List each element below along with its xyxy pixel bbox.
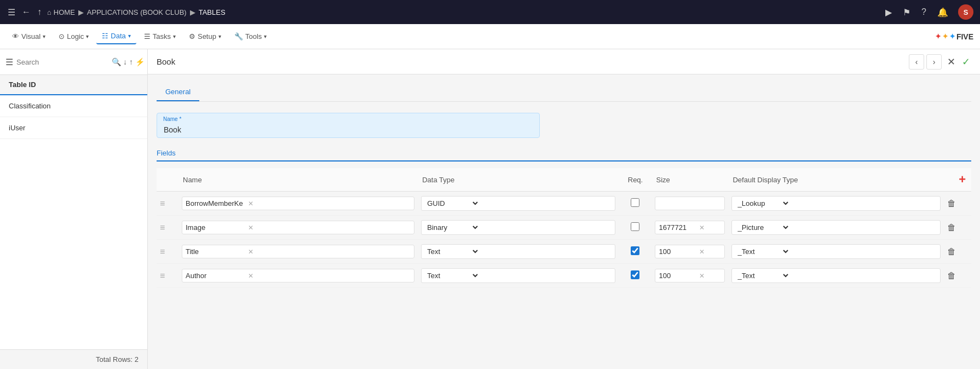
help-icon[interactable]: ? — [920, 6, 927, 18]
datatype-cell: GUID Binary Text — [418, 240, 619, 264]
sub-nav-logic[interactable]: ⊙ Logic ▾ — [53, 29, 94, 44]
datatype-select[interactable]: GUID Binary Text — [425, 223, 480, 232]
clear-size-icon[interactable]: ✕ — [699, 248, 705, 256]
setup-icon: ⚙ — [189, 32, 195, 41]
logic-arrow: ▾ — [86, 33, 89, 39]
datatype-select-wrap: GUID Binary Text — [421, 268, 615, 283]
clear-name-icon[interactable]: ✕ — [248, 272, 253, 280]
col-size: Size — [652, 168, 728, 192]
nav-next-button[interactable]: › — [926, 54, 942, 70]
size-input[interactable] — [659, 247, 697, 256]
delete-cell: 🗑 — [944, 216, 971, 240]
clear-name-icon[interactable]: ✕ — [248, 248, 253, 256]
data-label: Data — [111, 32, 125, 40]
sub-nav-data[interactable]: ☷ Data ▾ — [96, 28, 136, 44]
datatype-select[interactable]: GUID Binary Text — [425, 271, 480, 280]
size-input[interactable] — [659, 199, 697, 207]
home-label[interactable]: HOME — [54, 8, 75, 16]
play-icon[interactable]: ▶ — [884, 6, 893, 19]
drag-handle-icon[interactable]: ≡ — [160, 271, 165, 280]
panel-header-actions: ‹ › ✕ ✓ — [909, 54, 971, 70]
clear-name-icon[interactable]: ✕ — [248, 224, 253, 232]
drag-handle-icon[interactable]: ≡ — [160, 223, 165, 232]
size-input[interactable] — [659, 272, 697, 280]
req-checkbox[interactable] — [631, 198, 639, 207]
sidebar-menu-icon[interactable]: ☰ — [5, 57, 13, 67]
clear-name-icon[interactable]: ✕ — [248, 200, 253, 207]
field-name-input[interactable] — [186, 272, 246, 280]
breadcrumb-app[interactable]: APPLICATIONS (BOOK CLUB) — [87, 8, 187, 16]
menu-icon[interactable]: ☰ — [7, 6, 16, 19]
content-panel: Book ‹ › ✕ ✓ General Name * — [148, 49, 980, 369]
clear-size-icon[interactable]: ✕ — [699, 224, 705, 232]
sidebar-item-iuser[interactable]: iUser — [0, 117, 147, 139]
datatype-select[interactable]: GUID Binary Text — [425, 199, 480, 208]
drag-handle-icon[interactable]: ≡ — [160, 199, 165, 208]
display-select-wrap: _Lookup _Picture _Text — [731, 244, 941, 259]
confirm-button[interactable]: ✓ — [961, 55, 971, 69]
setup-label: Setup — [198, 32, 216, 41]
req-cell — [619, 264, 652, 288]
field-name-input[interactable] — [186, 199, 246, 207]
display-select-wrap: _Lookup _Picture _Text — [731, 268, 941, 283]
datatype-cell: GUID Binary Text — [418, 192, 619, 216]
sidebar: ☰ 🔍 ↓ ↑ ⚡ + Table ID Classification iUse… — [0, 49, 148, 369]
sidebar-header: Table ID — [0, 75, 147, 95]
req-cell — [619, 192, 652, 216]
clear-size-icon[interactable]: ✕ — [699, 272, 705, 280]
data-icon: ☷ — [102, 32, 108, 40]
tools-icon: 🔧 — [234, 32, 243, 41]
nav-prev-button[interactable]: ‹ — [909, 54, 924, 70]
name-input[interactable] — [157, 113, 540, 138]
up-icon[interactable]: ↑ — [36, 6, 43, 18]
tab-general[interactable]: General — [157, 83, 199, 101]
avatar[interactable]: S — [958, 4, 973, 20]
display-select[interactable]: _Lookup _Picture _Text — [735, 271, 790, 280]
field-name-input[interactable] — [186, 247, 246, 256]
five-logo-text: FIVE — [956, 32, 973, 41]
flag-icon[interactable]: ⚑ — [902, 6, 912, 19]
drag-handle-icon[interactable]: ≡ — [160, 247, 165, 256]
eye-icon: 👁 — [12, 32, 19, 41]
name-cell: ✕ — [178, 264, 418, 288]
tasks-arrow: ▾ — [173, 33, 176, 39]
search-input[interactable] — [16, 58, 108, 66]
delete-row-button[interactable]: 🗑 — [947, 247, 956, 256]
add-field-button[interactable]: + — [958, 171, 967, 188]
req-cell — [619, 216, 652, 240]
sub-nav-tools[interactable]: 🔧 Tools ▾ — [229, 29, 272, 44]
tasks-icon: ☰ — [144, 32, 151, 41]
delete-row-button[interactable]: 🗑 — [947, 271, 956, 280]
upload-icon[interactable]: ↑ — [129, 57, 133, 66]
breadcrumb-current: TABLES — [199, 8, 226, 16]
display-select[interactable]: _Lookup _Picture _Text — [735, 223, 790, 232]
data-arrow: ▾ — [128, 33, 131, 39]
flash-icon[interactable]: ⚡ — [135, 57, 145, 66]
close-panel-button[interactable]: ✕ — [946, 55, 956, 69]
field-name-input[interactable] — [186, 223, 246, 232]
bell-icon[interactable]: 🔔 — [936, 6, 949, 19]
search-icon[interactable]: 🔍 — [112, 57, 121, 66]
home-breadcrumb[interactable]: ⌂ HOME — [47, 8, 75, 16]
sub-nav-visual[interactable]: 👁 Visual ▾ — [7, 29, 51, 44]
name-cell: ✕ — [178, 192, 418, 216]
datatype-select[interactable]: GUID Binary Text — [425, 247, 480, 256]
sub-nav-tasks[interactable]: ☰ Tasks ▾ — [139, 29, 181, 44]
delete-row-button[interactable]: 🗑 — [947, 223, 956, 232]
req-checkbox[interactable] — [631, 246, 639, 255]
display-select[interactable]: _Lookup _Picture _Text — [735, 199, 790, 208]
display-select[interactable]: _Lookup _Picture _Text — [735, 247, 790, 256]
table-row: ≡ ✕ GUID — [157, 240, 971, 264]
sidebar-item-classification[interactable]: Classification — [0, 95, 147, 117]
size-input[interactable] — [659, 223, 697, 232]
datatype-cell: GUID Binary Text — [418, 216, 619, 240]
download-icon[interactable]: ↓ — [123, 57, 127, 66]
sub-nav-setup[interactable]: ⚙ Setup ▾ — [183, 29, 227, 44]
back-icon[interactable]: ← — [21, 6, 32, 18]
req-checkbox[interactable] — [631, 270, 639, 279]
tasks-label: Tasks — [153, 32, 171, 41]
fields-table: Name Data Type Req. Size — [157, 168, 971, 288]
req-checkbox[interactable] — [631, 222, 639, 231]
delete-row-button[interactable]: 🗑 — [947, 199, 956, 208]
panel-header: Book ‹ › ✕ ✓ — [148, 49, 980, 74]
